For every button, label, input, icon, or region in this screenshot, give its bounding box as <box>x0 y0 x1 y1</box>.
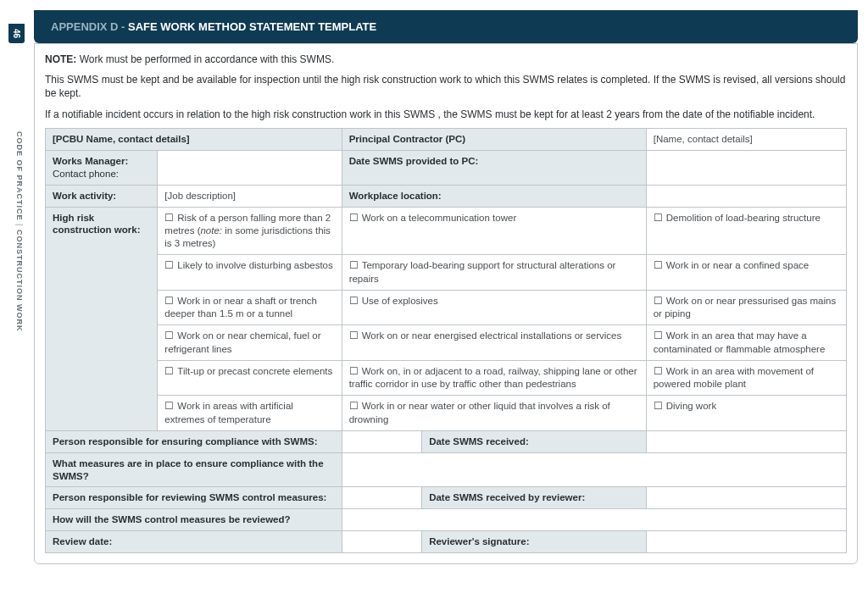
header-title: SAFE WORK METHOD STATEMENT TEMPLATE <box>128 20 376 33</box>
checkbox-icon <box>349 296 362 306</box>
measures-label: What measures are in place to ensure com… <box>46 452 342 487</box>
hr-5-c3-text: Diving work <box>666 401 716 411</box>
hr-3-c2-text: Work on or near energised electrical ins… <box>362 330 622 341</box>
checkbox-icon <box>349 366 362 376</box>
checkbox-icon <box>654 213 666 223</box>
note-line-3: If a notifiable incident occurs in relat… <box>45 108 847 121</box>
checkbox-icon <box>654 330 666 341</box>
wm-sub-text: Contact phone: <box>53 168 150 180</box>
hr-2-c1: Work in or near a shaft or trench deeper… <box>158 290 342 325</box>
checkbox-icon <box>349 330 362 341</box>
hr-1-c3-text: Work in or near a confined space <box>666 260 810 270</box>
row-how-review: How will the SWMS control measures be re… <box>46 509 847 531</box>
reviewer-value <box>342 487 422 509</box>
hr-4-c2: Work on, in or adjacent to a road, railw… <box>342 360 646 396</box>
reviewer-label: Person responsible for reviewing SWMS co… <box>46 487 342 509</box>
how-review-value <box>342 509 846 531</box>
document-body: NOTE: Work must be performed in accordan… <box>34 43 858 564</box>
review-date-value <box>342 531 422 553</box>
vertical-page-label: CODE OF PRACTICE | CONSTRUCTION WORK <box>15 131 24 332</box>
hr-1-c1-text: Likely to involve disturbing asbestos <box>177 260 332 270</box>
row-work-activity: Work activity: [Job description] Workpla… <box>46 185 847 207</box>
hr-2-c1-text: Work in or near a shaft or trench deeper… <box>164 296 317 319</box>
row-works-manager: Works Manager: Contact phone: Date SWMS … <box>46 150 847 185</box>
date-swms-pc-label: Date SWMS provided to PC: <box>342 150 646 185</box>
checkbox-icon <box>654 296 666 306</box>
date-swms-received-value <box>646 430 846 452</box>
hr-0-c3-text: Demolition of load-bearing structure <box>666 213 821 223</box>
checkbox-icon <box>654 366 666 376</box>
header-prefix: APPENDIX D - <box>51 20 128 33</box>
hr-2-c3-text: Work on or near pressurised gas mains or… <box>654 296 837 319</box>
checkbox-icon <box>164 260 177 270</box>
work-activity-label: Work activity: <box>46 185 158 207</box>
measures-value <box>342 452 846 487</box>
date-swms-received-label: Date SWMS received: <box>422 430 647 452</box>
hr-4-c3-text: Work in an area with movement of powered… <box>654 366 814 390</box>
hr-2-c2-text: Use of explosives <box>362 296 438 306</box>
hr-0-c1: Risk of a person falling more than 2 met… <box>158 207 342 254</box>
note-line-1: NOTE: Work must be performed in accordan… <box>45 53 847 66</box>
work-activity-value: [Job description] <box>158 185 342 207</box>
row-reviewer: Person responsible for reviewing SWMS co… <box>46 487 847 509</box>
note-line-2: This SWMS must be kept and be available … <box>45 73 847 100</box>
vertical-label-part1: CODE OF PRACTICE <box>15 131 24 221</box>
hr-5-c1: Work in areas with artificial extremes o… <box>158 396 342 431</box>
swms-form-table: [PCBU Name, contact details] Principal C… <box>45 128 847 554</box>
row-review-date: Review date: Reviewer's signature: <box>46 531 847 553</box>
high-risk-label: High risk construction work: <box>46 207 158 430</box>
hr-5-c1-text: Work in areas with artificial extremes o… <box>164 401 293 424</box>
hr-4-c1: Tilt-up or precast concrete elements <box>158 360 342 396</box>
note-rest: Work must be performed in accordance wit… <box>76 53 334 65</box>
checkbox-icon <box>349 401 362 411</box>
checkbox-icon <box>164 213 177 223</box>
hr-0-c2: Work on a telecommunication tower <box>342 207 646 254</box>
hr-row-2: Work in or near a shaft or trench deeper… <box>46 290 847 325</box>
hr-5-c3: Diving work <box>646 396 846 431</box>
note-block: NOTE: Work must be performed in accordan… <box>45 53 847 121</box>
hr-row-1: Likely to involve disturbing asbestos Te… <box>46 254 847 290</box>
hr-5-c2-text: Work in or near water or other liquid th… <box>349 401 610 424</box>
works-manager-label: Works Manager: Contact phone: <box>46 150 158 185</box>
workplace-location-value <box>646 185 846 207</box>
hr-4-c2-text: Work on, in or adjacent to a road, railw… <box>349 366 637 390</box>
checkbox-icon <box>349 213 362 223</box>
hr-2-c2: Use of explosives <box>342 290 646 325</box>
date-reviewer-value <box>646 487 846 509</box>
hr-row-3: Work on or near chemical, fuel or refrig… <box>46 325 847 361</box>
wm-label-text: Works Manager: <box>53 156 128 166</box>
person-compliance-value <box>342 430 422 452</box>
hr-4-c3: Work in an area with movement of powered… <box>646 360 846 396</box>
row-measures: What measures are in place to ensure com… <box>46 452 847 487</box>
hr-1-c1: Likely to involve disturbing asbestos <box>158 254 342 290</box>
checkbox-icon <box>654 260 666 270</box>
hr-3-c3: Work in an area that may have a contamin… <box>646 325 846 361</box>
hr-0-c2-text: Work on a telecommunication tower <box>362 213 517 223</box>
hr-3-c1-text: Work on or near chemical, fuel or refrig… <box>164 330 320 354</box>
pcbu-cell: [PCBU Name, contact details] <box>46 128 342 150</box>
hr-3-c2: Work on or near energised electrical ins… <box>342 325 646 361</box>
hr-row-0: High risk construction work: Risk of a p… <box>46 207 847 254</box>
vertical-label-part2: CONSTRUCTION WORK <box>15 230 24 332</box>
vertical-label-sep: | <box>15 224 24 227</box>
hr-0-c1-ital: note: <box>200 225 222 236</box>
reviewer-signature-label: Reviewer's signature: <box>422 531 647 553</box>
reviewer-signature-value <box>646 531 846 553</box>
hr-2-c3: Work on or near pressurised gas mains or… <box>646 290 846 325</box>
checkbox-icon <box>164 330 177 341</box>
pc-label-cell: Principal Contractor (PC) <box>342 128 646 150</box>
hr-row-4: Tilt-up or precast concrete elements Wor… <box>46 360 847 396</box>
works-manager-value <box>158 150 342 185</box>
checkbox-icon <box>164 401 177 411</box>
header-bar: APPENDIX D - SAFE WORK METHOD STATEMENT … <box>34 10 858 43</box>
hr-0-c3: Demolition of load-bearing structure <box>646 207 846 254</box>
hr-5-c2: Work in or near water or other liquid th… <box>342 396 646 431</box>
checkbox-icon <box>654 401 666 411</box>
hr-4-c1-text: Tilt-up or precast concrete elements <box>177 366 332 376</box>
how-review-label: How will the SWMS control measures be re… <box>46 509 342 531</box>
hr-3-c3-text: Work in an area that may have a contamin… <box>654 330 826 354</box>
hr-1-c2: Temporary load-bearing support for struc… <box>342 254 646 290</box>
checkbox-icon <box>349 260 362 270</box>
checkbox-icon <box>164 366 177 376</box>
hr-1-c2-text: Temporary load-bearing support for struc… <box>349 260 616 284</box>
